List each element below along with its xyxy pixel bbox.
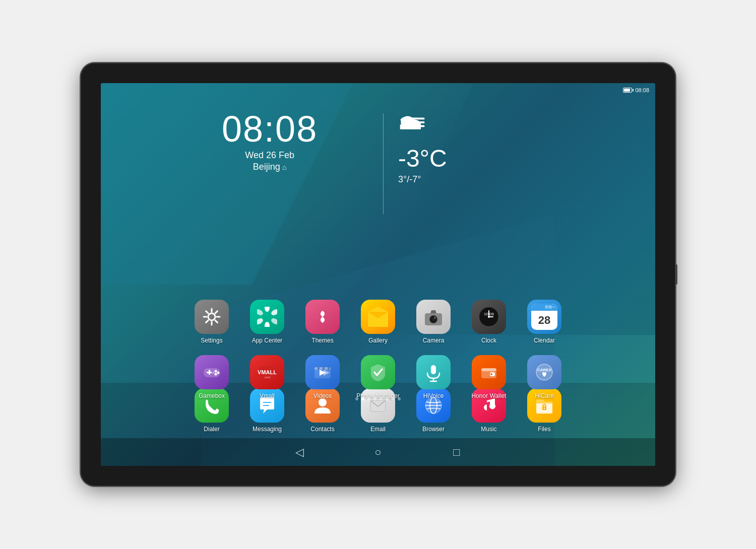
status-time: 08:08: [635, 87, 649, 93]
app-honorwallet[interactable]: Honor Wallet: [466, 355, 512, 399]
svg-point-38: [212, 372, 215, 374]
svg-point-18: [265, 322, 270, 327]
battery-icon: [623, 88, 632, 93]
app-phonemanager[interactable]: Phone Manager: [355, 355, 401, 399]
app-music-label: Music: [481, 426, 496, 433]
gamebox-icon: [202, 362, 222, 382]
themes-icon: [312, 307, 333, 327]
weather-widget: -3°C 3°/-7°: [398, 113, 447, 185]
svg-line-13: [215, 311, 217, 313]
app-gallery[interactable]: Gallery: [355, 300, 401, 344]
clock-widget: 08:08 Wed 26 Feb Beijing ⌂: [222, 111, 318, 172]
hicare-icon: CARES: [534, 362, 554, 382]
app-themes[interactable]: Themes: [300, 300, 345, 344]
svg-point-16: [270, 308, 277, 317]
svg-rect-48: [328, 367, 330, 370]
app-clock[interactable]: 10:08 Clock: [466, 300, 512, 344]
clock-icon: 10:08: [478, 306, 500, 328]
svg-rect-47: [323, 367, 325, 370]
svg-line-14: [206, 320, 208, 322]
app-appcenter[interactable]: App Center: [244, 300, 290, 344]
svg-rect-49: [431, 365, 436, 374]
page-dot-6: [386, 397, 389, 400]
app-contacts-label: Contacts: [310, 426, 334, 433]
svg-point-25: [434, 317, 436, 319]
svg-rect-5: [400, 124, 421, 129]
app-themes-label: Themes: [311, 337, 333, 344]
svg-point-37: [215, 373, 217, 376]
page-dot-3: [367, 397, 370, 400]
clock-time: 08:08: [222, 111, 318, 147]
phonemanager-icon: [368, 362, 388, 382]
app-hivoice[interactable]: HiVoice: [411, 355, 456, 399]
videos-icon: [312, 362, 333, 382]
side-button[interactable]: [675, 264, 677, 285]
nav-back-button[interactable]: ◁: [290, 443, 308, 461]
weather-temperature: -3°C: [398, 145, 447, 172]
svg-point-31: [488, 316, 490, 318]
app-row-2: Gamebox VMALL .com Vmall: [101, 355, 655, 399]
settings-gear-icon: [202, 307, 222, 327]
camera-icon: [423, 306, 444, 327]
svg-text:CARES: CARES: [537, 368, 552, 372]
tablet-device: 08:08 08:08 Wed 26 Feb Beijing ⌂: [81, 63, 675, 486]
svg-point-15: [265, 307, 270, 312]
svg-point-36: [217, 372, 220, 374]
page-dot-2: [361, 397, 364, 400]
svg-text:VMALL: VMALL: [258, 369, 277, 375]
cal-day: 28: [531, 311, 557, 330]
tablet-screen[interactable]: 08:08 08:08 Wed 26 Feb Beijing ⌂: [101, 83, 655, 466]
svg-point-68: [544, 407, 545, 409]
app-hicare[interactable]: CARES HiCare: [522, 355, 567, 399]
svg-point-56: [536, 364, 552, 380]
app-calendar[interactable]: 星期一 28 Clendar: [522, 300, 567, 344]
page-dot-5: [380, 397, 383, 400]
app-gamebox[interactable]: Gamebox: [189, 355, 234, 399]
svg-line-11: [206, 311, 208, 313]
page-dot-7: [392, 397, 395, 400]
page-dot-1: [355, 397, 358, 400]
calendar-icon-inner: 星期一 28: [531, 304, 557, 330]
location-icon: ⌂: [282, 163, 286, 171]
app-settings-label: Settings: [201, 337, 222, 344]
svg-rect-53: [481, 368, 496, 371]
svg-rect-46: [318, 367, 320, 370]
app-email-label: Email: [370, 426, 386, 433]
svg-point-35: [215, 370, 217, 373]
app-gallery-label: Gallery: [368, 337, 388, 344]
page-dot-8: [398, 397, 401, 400]
app-camera[interactable]: Camera: [411, 300, 456, 344]
page-dot-4: [373, 397, 376, 400]
gallery-icon: [365, 304, 391, 329]
app-messaging-label: Messaging: [253, 426, 282, 433]
appcenter-icon: [257, 307, 277, 327]
widget-divider: [383, 113, 384, 214]
svg-rect-34: [209, 370, 210, 375]
app-settings[interactable]: Settings: [189, 300, 234, 344]
app-dialer-label: Dialer: [204, 426, 219, 433]
svg-point-20: [257, 308, 264, 317]
weather-range: 3°/-7°: [398, 174, 447, 185]
svg-text:.com: .com: [264, 376, 270, 379]
cal-header: 星期一: [531, 304, 557, 311]
nav-recent-button[interactable]: □: [448, 443, 466, 461]
clock-location: Beijing ⌂: [222, 162, 318, 172]
honorwallet-icon: [479, 362, 499, 382]
app-videos[interactable]: Videos: [300, 355, 345, 399]
nav-home-button[interactable]: ○: [369, 443, 387, 461]
clock-date: Wed 26 Feb: [222, 150, 318, 161]
svg-point-6: [208, 313, 215, 320]
app-vmall[interactable]: VMALL .com Vmall: [244, 355, 290, 399]
weather-condition-icon: [398, 113, 428, 139]
svg-point-19: [257, 317, 264, 326]
app-files-label: Files: [538, 426, 550, 433]
svg-point-17: [270, 317, 277, 326]
app-browser-label: Browser: [422, 426, 445, 433]
app-row-1: Settings App Center: [101, 300, 655, 344]
app-camera-label: Camera: [423, 337, 445, 344]
svg-line-12: [215, 320, 217, 322]
status-bar-right: 08:08: [623, 87, 649, 93]
hivoice-icon: [423, 362, 444, 382]
nav-bar: ◁ ○ □: [101, 438, 655, 466]
app-clock-label: Clock: [481, 337, 496, 344]
